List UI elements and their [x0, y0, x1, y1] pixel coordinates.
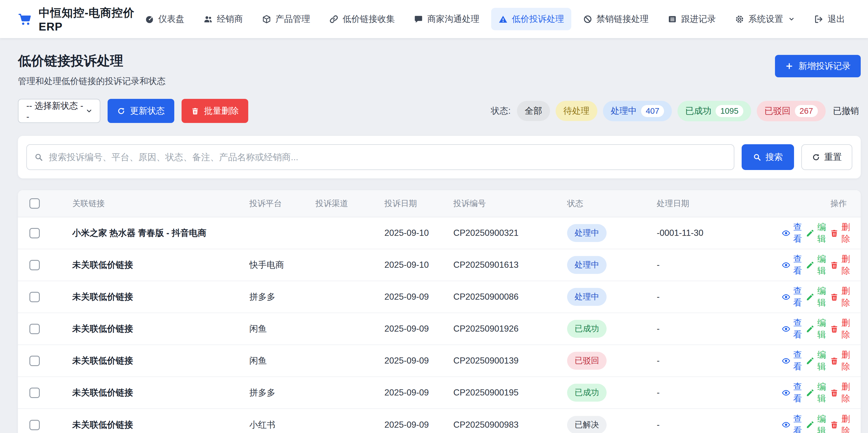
view-action[interactable]: 查看 — [782, 285, 802, 309]
nav-item-settings[interactable]: 系统设置 — [727, 8, 802, 30]
nav-item-banned-links[interactable]: 禁销链接处理 — [576, 8, 656, 30]
nav-label: 商家沟通处理 — [427, 13, 479, 25]
edit-action[interactable]: 编辑 — [806, 253, 826, 277]
eye-icon — [782, 293, 790, 301]
view-action[interactable]: 查看 — [782, 317, 802, 340]
row-checkbox[interactable] — [29, 356, 40, 366]
edit-action[interactable]: 编辑 — [806, 317, 826, 340]
ban-icon — [583, 14, 592, 24]
status-badge: 处理中 — [567, 224, 607, 242]
brand-logo[interactable]: 中恒知控-电商控价ERP — [18, 5, 137, 33]
reset-button-label: 重置 — [824, 151, 842, 163]
filter-rejected[interactable]: 已驳回267 — [757, 101, 826, 121]
trash-icon — [830, 325, 839, 333]
view-action[interactable]: 查看 — [782, 253, 802, 277]
filter-success[interactable]: 已成功1095 — [678, 101, 751, 121]
bulk-toolbar: -- 选择新状态 -- 更新状态 批量删除 状态: 全部 待处理 处理中407 … — [18, 99, 861, 123]
delete-action[interactable]: 删除 — [830, 349, 850, 372]
page-header: 低价链接投诉处理 管理和处理低价链接的投诉记录和状态 新增投诉记录 — [18, 48, 861, 87]
filter-withdrawn[interactable]: 已撤销 — [831, 101, 861, 121]
gauge-icon — [145, 14, 154, 24]
delete-action[interactable]: 删除 — [830, 285, 850, 309]
row-checkbox[interactable] — [29, 420, 40, 430]
search-card: 搜索 重置 — [18, 136, 861, 178]
row-checkbox[interactable] — [29, 292, 40, 302]
date-cell: 2025-09-09 — [384, 377, 453, 409]
nav-label: 产品管理 — [275, 13, 310, 25]
trash-icon — [830, 421, 839, 429]
filter-processing[interactable]: 处理中407 — [603, 101, 672, 121]
nav-label: 退出 — [828, 13, 845, 25]
edit-action[interactable]: 编辑 — [806, 349, 826, 372]
status-filter-group: 状态: 全部 待处理 处理中407 已成功1095 已驳回267 已撤销 — [491, 101, 861, 121]
delete-action[interactable]: 删除 — [830, 221, 850, 245]
date-cell: 2025-09-09 — [384, 345, 453, 377]
row-checkbox[interactable] — [29, 324, 40, 334]
filter-all-label: 全部 — [525, 105, 542, 117]
col-processed: 处理日期 — [657, 190, 782, 217]
edit-action[interactable]: 编辑 — [806, 381, 826, 404]
pencil-icon — [806, 357, 814, 365]
refresh-icon — [812, 153, 820, 161]
platform-cell: 闲鱼 — [249, 313, 315, 345]
nav-item-products[interactable]: 产品管理 — [255, 8, 317, 30]
date-cell: 2025-09-09 — [384, 281, 453, 313]
status-badge: 已解决 — [567, 416, 607, 433]
delete-action[interactable]: 删除 — [830, 253, 850, 277]
search-input[interactable] — [49, 152, 726, 162]
nav-label: 低价链接收集 — [343, 13, 395, 25]
related-link: 未关联低价链接 — [72, 260, 133, 270]
date-cell: 2025-09-10 — [384, 217, 453, 249]
code-cell: CP20250900195 — [453, 377, 567, 409]
status-badge: 已成功 — [567, 320, 607, 338]
date-cell: 2025-09-10 — [384, 249, 453, 281]
channel-cell — [315, 377, 384, 409]
link-icon — [329, 14, 338, 24]
search-button-label: 搜索 — [766, 151, 783, 163]
channel-cell — [315, 345, 384, 377]
delete-action[interactable]: 删除 — [830, 317, 850, 340]
nav-item-complaints[interactable]: 低价投诉处理 — [491, 8, 571, 30]
nav-item-followups[interactable]: 跟进记录 — [660, 8, 723, 30]
row-checkbox[interactable] — [29, 260, 40, 270]
reset-button[interactable]: 重置 — [801, 144, 852, 170]
add-complaint-button[interactable]: 新增投诉记录 — [775, 55, 861, 77]
channel-cell — [315, 409, 384, 433]
filter-rejected-label: 已驳回 — [765, 105, 791, 117]
nav-item-dashboard[interactable]: 仪表盘 — [137, 8, 192, 30]
search-button[interactable]: 搜索 — [742, 144, 794, 170]
processed-date-cell: - — [657, 249, 782, 281]
filter-pending[interactable]: 待处理 — [556, 101, 597, 121]
view-action[interactable]: 查看 — [782, 349, 802, 372]
edit-action[interactable]: 编辑 — [806, 221, 826, 245]
nav-item-lowprice-links[interactable]: 低价链接收集 — [322, 8, 402, 30]
processed-date-cell: -0001-11-30 — [657, 217, 782, 249]
edit-action[interactable]: 编辑 — [806, 413, 826, 433]
eye-icon — [782, 261, 790, 269]
processed-date-cell: - — [657, 409, 782, 433]
view-action[interactable]: 查看 — [782, 221, 802, 245]
table-row: 未关联低价链接 快手电商 2025-09-10 CP20250901613 处理… — [18, 249, 861, 281]
delete-action[interactable]: 删除 — [830, 413, 850, 433]
view-action[interactable]: 查看 — [782, 381, 802, 404]
channel-cell — [315, 281, 384, 313]
filter-all[interactable]: 全部 — [517, 101, 550, 121]
row-checkbox[interactable] — [29, 388, 40, 398]
view-action[interactable]: 查看 — [782, 413, 802, 433]
bulk-delete-button[interactable]: 批量删除 — [182, 99, 248, 123]
row-checkbox[interactable] — [29, 228, 40, 238]
table-header-row: 关联链接 投诉平台 投诉渠道 投诉日期 投诉编号 状态 处理日期 操作 — [18, 190, 861, 217]
platform-cell: 闲鱼 — [249, 345, 315, 377]
edit-action[interactable]: 编辑 — [806, 285, 826, 309]
col-code: 投诉编号 — [453, 190, 567, 217]
related-link: 未关联低价链接 — [72, 324, 133, 334]
select-all-checkbox[interactable] — [29, 198, 40, 209]
new-status-select[interactable]: -- 选择新状态 -- — [18, 99, 100, 123]
nav-item-merchant-comm[interactable]: 商家沟通处理 — [407, 8, 487, 30]
delete-action[interactable]: 删除 — [830, 381, 850, 404]
eye-icon — [782, 389, 790, 397]
nav-item-logout[interactable]: 退出 — [807, 8, 852, 30]
update-status-button[interactable]: 更新状态 — [107, 99, 174, 123]
nav-item-dealers[interactable]: 经销商 — [196, 8, 250, 30]
page-subtitle: 管理和处理低价链接的投诉记录和状态 — [18, 75, 165, 87]
